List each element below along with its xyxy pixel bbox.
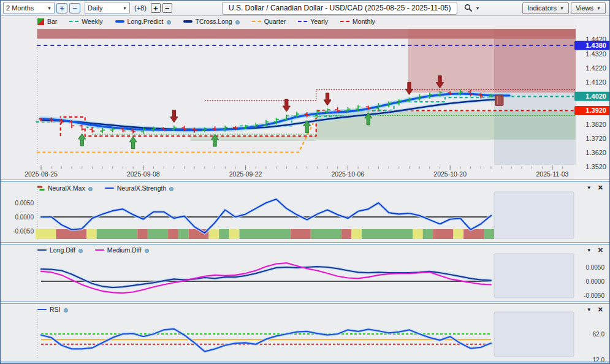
collapse-panel-button[interactable]: ▼ bbox=[587, 248, 592, 253]
bar-style-icon bbox=[37, 18, 44, 25]
diff-panel-controls: ▼ ✕ bbox=[587, 246, 603, 254]
line-icon bbox=[183, 20, 193, 23]
line-icon bbox=[37, 249, 47, 251]
svg-text:1.3620: 1.3620 bbox=[585, 149, 606, 156]
add-bars-button[interactable]: + bbox=[151, 3, 161, 13]
overlay-count: (+8) bbox=[134, 4, 147, 12]
price-chart-legend: BarWeeklyLong.PredictTCross.LongQuarterY… bbox=[37, 18, 387, 25]
price-chart: 2025-08-252025-09-082025-09-222025-10-06… bbox=[1, 16, 610, 180]
zoom-out-button[interactable]: − bbox=[69, 3, 80, 13]
future-projection-zone bbox=[494, 192, 574, 238]
svg-text:1.4120: 1.4120 bbox=[585, 78, 606, 86]
svg-text:1.4220: 1.4220 bbox=[585, 64, 606, 72]
info-dot-icon[interactable] bbox=[78, 249, 83, 253]
legend-label: TCross.Long bbox=[196, 18, 232, 25]
collapse-panel-button[interactable]: ▼ bbox=[587, 307, 592, 313]
diff-legend: Long.DiffMedium.Diff bbox=[37, 246, 161, 254]
info-dot-icon[interactable] bbox=[167, 20, 171, 25]
chevron-down-icon: ▼ bbox=[560, 6, 564, 10]
legend-item-neuralx-strength[interactable]: NeuralX.Strength bbox=[105, 184, 174, 192]
search-control[interactable]: ▼ bbox=[464, 4, 479, 12]
legend-item-bar[interactable]: Bar bbox=[37, 18, 57, 25]
svg-text:1.3520: 1.3520 bbox=[585, 163, 606, 170]
legend-label: RSI bbox=[50, 306, 61, 313]
line-icon bbox=[37, 309, 47, 311]
info-dot-icon[interactable] bbox=[145, 249, 149, 253]
dashed-line-icon bbox=[252, 21, 261, 22]
rsi-panel-controls: ▼ ✕ bbox=[587, 306, 603, 314]
legend-label: NeuralX.Max bbox=[48, 184, 85, 192]
chart-title: U.S. Dollar / Canadian Dollar - USD/CAD … bbox=[222, 2, 458, 15]
legend-label: Medium.Diff bbox=[107, 246, 142, 254]
legend-item-long-diff[interactable]: Long.Diff bbox=[37, 246, 83, 254]
dashed-line-icon bbox=[340, 21, 349, 22]
bottom-status-strip bbox=[1, 362, 610, 364]
svg-text:62.0: 62.0 bbox=[593, 331, 605, 338]
line-icon bbox=[115, 20, 124, 23]
svg-text:1.3820: 1.3820 bbox=[585, 121, 606, 128]
info-dot-icon[interactable] bbox=[64, 308, 68, 313]
neuralx-bars-icon bbox=[37, 186, 45, 191]
legend-label: Bar bbox=[47, 18, 57, 25]
legend-label: Quarter bbox=[264, 18, 286, 25]
close-panel-button[interactable]: ✕ bbox=[598, 184, 603, 192]
dashed-line-icon bbox=[298, 21, 307, 22]
svg-text:0.0050: 0.0050 bbox=[15, 200, 34, 207]
line-icon bbox=[95, 249, 104, 251]
search-icon bbox=[464, 4, 473, 12]
legend-label: Weekly bbox=[82, 18, 102, 25]
legend-item-quarter[interactable]: Quarter bbox=[252, 18, 286, 25]
indicators-button[interactable]: Indicators ▼ bbox=[522, 2, 569, 14]
zoom-in-button[interactable]: + bbox=[56, 3, 67, 13]
svg-text:1.3720: 1.3720 bbox=[585, 135, 606, 142]
neuralx-max-strip bbox=[36, 229, 494, 239]
bear-zone-far-zone bbox=[494, 29, 576, 93]
svg-text:12.0: 12.0 bbox=[593, 357, 605, 362]
next-bar-marker bbox=[495, 95, 503, 105]
legend-label: Long.Diff bbox=[50, 246, 75, 254]
app-window: 2 Months ▼ + − Daily ▼ (+8) + − U.S. Dol… bbox=[0, 0, 610, 364]
svg-text:-0.0050: -0.0050 bbox=[13, 228, 34, 235]
rsi-panel: 62.012.0 bbox=[1, 304, 610, 362]
legend-label: Monthly bbox=[353, 18, 375, 25]
collapse-panel-button[interactable]: ▼ bbox=[587, 185, 592, 191]
legend-label: NeuralX.Strength bbox=[117, 184, 167, 192]
future-projection-zone bbox=[494, 254, 574, 298]
svg-text:2025-08-25: 2025-08-25 bbox=[25, 170, 58, 178]
chevron-down-icon: ▼ bbox=[475, 6, 479, 10]
y-axis: 0.00500.0000-0.0050 bbox=[13, 200, 34, 235]
legend-label: Long.Predict bbox=[128, 18, 164, 25]
info-dot-icon[interactable] bbox=[235, 20, 240, 25]
svg-text:0.0000: 0.0000 bbox=[15, 214, 34, 221]
interval-dropdown[interactable]: Daily ▼ bbox=[85, 2, 130, 14]
dashed-line-icon bbox=[69, 21, 78, 22]
svg-text:0.0000: 0.0000 bbox=[585, 278, 604, 285]
svg-text:1.4320: 1.4320 bbox=[585, 50, 606, 58]
info-dot-icon[interactable] bbox=[88, 187, 93, 191]
legend-item-weekly[interactable]: Weekly bbox=[69, 18, 102, 25]
legend-item-rsi[interactable]: RSI bbox=[37, 306, 68, 313]
svg-text:-0.0050: -0.0050 bbox=[584, 292, 604, 299]
neuralx-panel-controls: ▼ ✕ bbox=[587, 184, 603, 192]
line-icon bbox=[105, 188, 114, 189]
views-button[interactable]: Views ▼ bbox=[571, 2, 606, 14]
legend-item-medium-diff[interactable]: Medium.Diff bbox=[95, 246, 149, 254]
svg-text:1.4380: 1.4380 bbox=[585, 42, 606, 49]
toolbar: 2 Months ▼ + − Daily ▼ (+8) + − U.S. Dol… bbox=[1, 1, 609, 16]
legend-item-neuralx-max[interactable]: NeuralX.Max bbox=[37, 184, 93, 192]
range-dropdown-value: 2 Months bbox=[6, 4, 34, 12]
legend-item-long-predict[interactable]: Long.Predict bbox=[115, 18, 171, 25]
neuralx-legend: NeuralX.MaxNeuralX.Strength bbox=[37, 184, 186, 192]
info-dot-icon[interactable] bbox=[169, 187, 173, 191]
range-dropdown[interactable]: 2 Months ▼ bbox=[3, 2, 55, 14]
svg-text:2025-10-06: 2025-10-06 bbox=[332, 170, 365, 178]
legend-item-yearly[interactable]: Yearly bbox=[298, 18, 328, 25]
remove-bars-button[interactable]: − bbox=[162, 3, 172, 13]
chevron-down-icon: ▼ bbox=[123, 6, 127, 10]
legend-item-monthly[interactable]: Monthly bbox=[340, 18, 375, 25]
future-projection-zone bbox=[494, 312, 574, 357]
close-panel-button[interactable]: ✕ bbox=[598, 246, 603, 254]
close-panel-button[interactable]: ✕ bbox=[598, 306, 603, 314]
legend-item-tcross-long[interactable]: TCross.Long bbox=[183, 18, 240, 25]
chevron-down-icon: ▼ bbox=[597, 6, 601, 10]
